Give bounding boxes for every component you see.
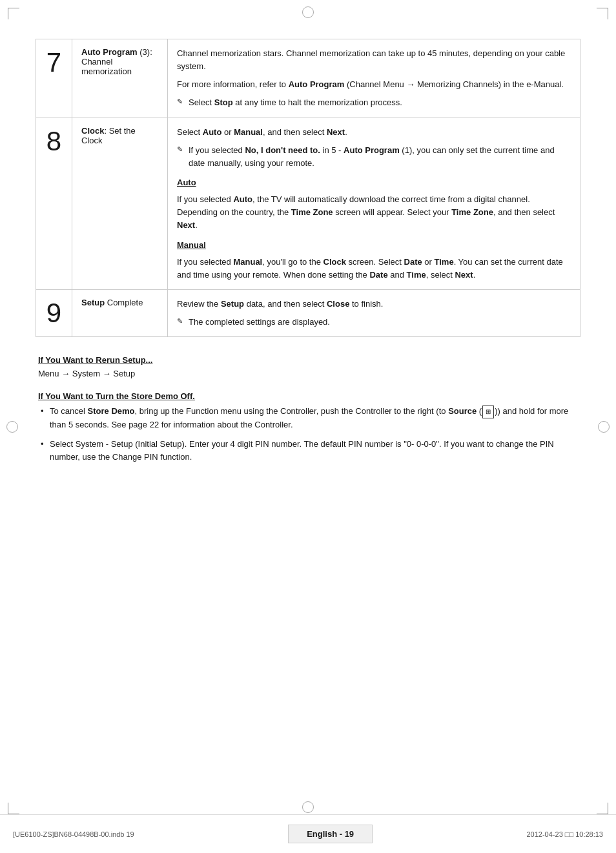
manual-heading: Manual	[177, 239, 571, 252]
footer-right: 2012-04-23 □□ 10:28:13	[526, 830, 603, 838]
step-number-8: 8	[36, 118, 72, 289]
step-8-note: If you selected No, I don't need to. in …	[177, 144, 571, 170]
left-circle-mid	[6, 421, 18, 433]
step-content-9: Review the Setup data, and then select C…	[168, 289, 580, 336]
footer: [UE6100-ZS]BN68-04498B-00.indb 19 Englis…	[0, 814, 616, 853]
list-item: To cancel Store Demo, bring up the Funct…	[38, 405, 578, 431]
step-title-bold-8: Clock	[81, 126, 104, 136]
step-title-9: Setup Complete	[72, 289, 168, 336]
after-table-content: If You Want to Rerun Setup... Menu → Sys…	[36, 355, 580, 464]
menu-path: Menu → System → Setup	[38, 369, 578, 378]
step-number-9: 9	[36, 289, 72, 336]
rerun-title: If You Want to Rerun Setup...	[38, 355, 578, 365]
table-row: 9 Setup Complete Review the Setup data, …	[36, 289, 580, 336]
center-circle-bottom	[302, 801, 314, 813]
rerun-section: If You Want to Rerun Setup... Menu → Sys…	[38, 355, 578, 378]
center-circle-top	[302, 6, 314, 18]
step-title-7: Auto Program (3): Channel memorization	[72, 39, 168, 118]
footer-left: [UE6100-ZS]BN68-04498B-00.indb 19	[13, 830, 134, 838]
step-8-para-1: Select Auto or Manual, and then select N…	[177, 126, 571, 139]
step-9-note: The completed settings are displayed.	[177, 316, 571, 329]
store-demo-section: If You Want to Turn the Store Demo Off. …	[38, 391, 578, 464]
step-7-note: Select Stop at any time to halt the memo…	[177, 96, 571, 109]
right-circle-mid	[598, 421, 610, 433]
step-7-para-1: Channel memorization stars. Channel memo…	[177, 47, 571, 73]
list-item: Select System - Setup (Initial Setup). E…	[38, 438, 578, 464]
step-content-7: Channel memorization stars. Channel memo…	[168, 39, 580, 118]
main-content: 7 Auto Program (3): Channel memorization…	[36, 39, 580, 464]
source-icon: ⊞	[482, 406, 494, 418]
auto-heading: Auto	[177, 176, 571, 189]
store-demo-title: If You Want to Turn the Store Demo Off.	[38, 391, 578, 401]
table-row: 8 Clock: Set the Clock Select Auto or Ma…	[36, 118, 580, 289]
corner-mark-tl	[8, 8, 19, 19]
table-row: 7 Auto Program (3): Channel memorization…	[36, 39, 580, 118]
step-7-para-2: For more information, refer to Auto Prog…	[177, 78, 571, 91]
step-8-manual-para: If you selected Manual, you'll go to the…	[177, 256, 571, 282]
footer-center: English - 19	[288, 825, 373, 843]
step-8-auto-para: If you selected Auto, the TV will automa…	[177, 193, 571, 232]
steps-table: 7 Auto Program (3): Channel memorization…	[36, 39, 580, 337]
page-wrapper: 7 Auto Program (3): Channel memorization…	[0, 0, 616, 853]
corner-mark-bl	[8, 803, 19, 814]
step-title-bold-9: Setup	[81, 298, 105, 307]
step-content-8: Select Auto or Manual, and then select N…	[168, 118, 580, 289]
step-title-8: Clock: Set the Clock	[72, 118, 168, 289]
step-9-para-1: Review the Setup data, and then select C…	[177, 298, 571, 311]
step-number-7: 7	[36, 39, 72, 118]
corner-mark-tr	[597, 8, 608, 19]
bullet-list: To cancel Store Demo, bring up the Funct…	[38, 405, 578, 464]
step-title-bold-7: Auto Program	[81, 47, 138, 57]
corner-mark-br	[597, 803, 608, 814]
